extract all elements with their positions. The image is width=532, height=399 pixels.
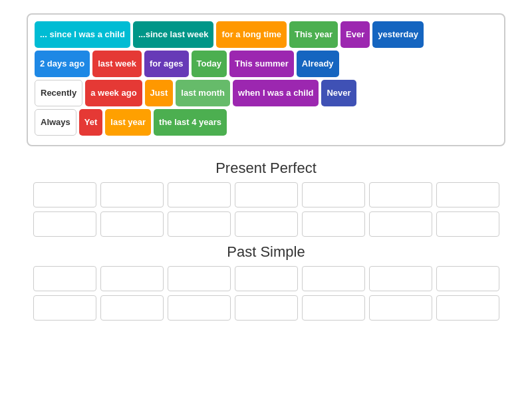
past-simple-title: Past Simple [27, 243, 505, 261]
drop-box[interactable] [100, 295, 164, 321]
drop-box[interactable] [369, 266, 432, 291]
drop-box[interactable] [436, 295, 499, 321]
tile-row-3: AlwaysYetlast yearthe last 4 years [35, 109, 497, 136]
drop-box[interactable] [33, 182, 96, 207]
tile-0-3[interactable]: This year [289, 21, 338, 48]
drop-box[interactable] [100, 182, 164, 207]
tile-2-1[interactable]: a week ago [85, 80, 142, 106]
tile-0-1[interactable]: ...since last week [133, 21, 214, 48]
past-simple-section: Past Simple [27, 243, 505, 321]
tile-3-0[interactable]: Always [35, 109, 76, 136]
drop-box[interactable] [235, 182, 298, 207]
drop-box[interactable] [436, 266, 499, 291]
tile-2-0[interactable]: Recently [35, 80, 82, 106]
tile-2-4[interactable]: when I was a child [233, 80, 319, 106]
present-perfect-boxes [27, 182, 505, 237]
drop-box[interactable] [235, 211, 298, 237]
main-container: ... since I was a child...since last wee… [0, 0, 532, 340]
past-simple-row-2 [27, 295, 505, 321]
past-simple-row-1 [27, 266, 505, 291]
drop-box[interactable] [235, 295, 298, 321]
tile-row-2: Recentlya week agoJustlast monthwhen I w… [35, 80, 497, 106]
drop-box[interactable] [235, 266, 298, 291]
drop-box[interactable] [436, 182, 499, 207]
drop-box[interactable] [33, 211, 96, 237]
drop-box[interactable] [369, 295, 432, 321]
drop-box[interactable] [302, 211, 365, 237]
tile-1-1[interactable]: last week [92, 51, 142, 77]
past-simple-boxes [27, 266, 505, 321]
drop-box[interactable] [436, 211, 499, 237]
drop-box[interactable] [369, 211, 432, 237]
drop-box[interactable] [369, 182, 432, 207]
drop-box[interactable] [302, 266, 365, 291]
drop-box[interactable] [100, 266, 164, 291]
tile-0-4[interactable]: Ever [340, 21, 370, 48]
tile-1-3[interactable]: Today [192, 51, 227, 77]
present-perfect-title: Present Perfect [27, 160, 505, 177]
tile-3-2[interactable]: last year [105, 109, 151, 136]
tile-0-2[interactable]: for a long time [216, 21, 287, 48]
tile-1-2[interactable]: for ages [144, 51, 189, 77]
tile-0-0[interactable]: ... since I was a child [35, 21, 130, 48]
tile-2-5[interactable]: Never [321, 80, 356, 106]
tile-3-1[interactable]: Yet [79, 109, 103, 136]
tile-0-5[interactable]: yesterday [372, 21, 424, 48]
present-perfect-section: Present Perfect [27, 160, 505, 237]
drop-box[interactable] [302, 182, 365, 207]
tile-row-1: 2 days agolast weekfor agesTodayThis sum… [35, 51, 497, 77]
drop-box[interactable] [168, 182, 231, 207]
drop-box[interactable] [33, 295, 96, 321]
drop-box[interactable] [33, 266, 96, 291]
tile-row-0: ... since I was a child...since last wee… [35, 21, 497, 48]
drop-box[interactable] [168, 211, 231, 237]
drop-box[interactable] [302, 295, 365, 321]
drop-box[interactable] [168, 295, 231, 321]
tile-2-2[interactable]: Just [145, 80, 174, 106]
drop-box[interactable] [100, 211, 164, 237]
present-perfect-row-2 [27, 211, 505, 237]
tile-1-5[interactable]: Already [297, 51, 339, 77]
tile-2-3[interactable]: last month [176, 80, 230, 106]
tiles-container: ... since I was a child...since last wee… [27, 13, 505, 146]
tile-1-0[interactable]: 2 days ago [35, 51, 90, 77]
tile-1-4[interactable]: This summer [229, 51, 294, 77]
tile-3-3[interactable]: the last 4 years [154, 109, 227, 136]
present-perfect-row-1 [27, 182, 505, 207]
drop-box[interactable] [168, 266, 231, 291]
